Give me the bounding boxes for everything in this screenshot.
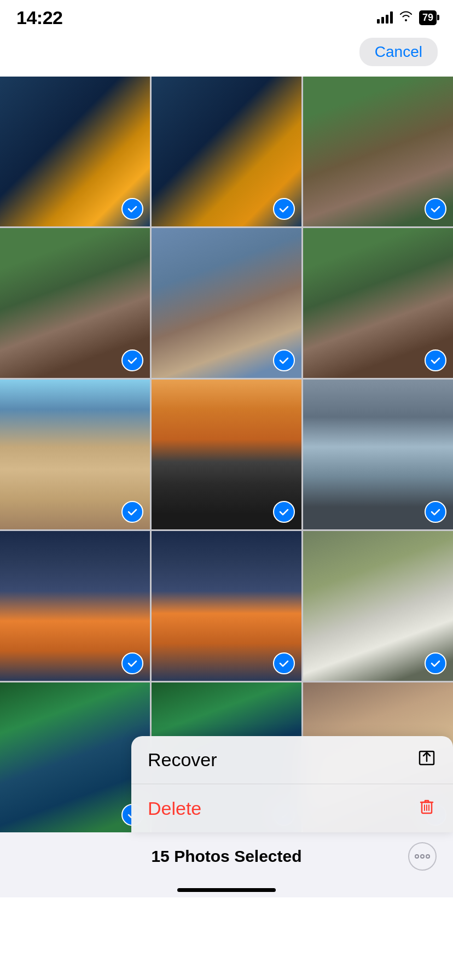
cancel-button[interactable]: Cancel [359,38,438,66]
delete-icon [417,797,437,820]
photo-cell-2[interactable] [303,77,453,226]
checkmark-11 [425,652,446,674]
svg-point-2 [426,855,429,858]
recover-action[interactable]: Recover [131,736,453,784]
more-options-button[interactable] [408,842,437,871]
delete-label: Delete [148,798,201,819]
status-bar: 14:22 79 [0,0,453,33]
selected-count: 15 Photos Selected [151,847,301,866]
bottom-bar: 15 Photos Selected Recover Delete [0,832,453,880]
status-time: 14:22 [16,7,62,28]
home-indicator [0,880,453,897]
checkmark-8 [425,501,446,523]
battery-level: 79 [422,12,433,24]
photo-grid [0,77,453,832]
status-icons: 79 [377,10,437,25]
delete-action[interactable]: Delete [131,784,453,832]
photo-cell-4[interactable] [152,228,301,378]
photo-cell-11[interactable] [303,531,453,681]
checkmark-7 [273,501,295,523]
photo-cell-5[interactable] [303,228,453,378]
svg-point-1 [421,855,424,858]
checkmark-0 [121,198,143,220]
recover-label: Recover [148,749,217,771]
header: Cancel [0,33,453,77]
photo-cell-1[interactable] [152,77,301,226]
checkmark-1 [273,198,295,220]
photo-cell-0[interactable] [0,77,150,226]
action-sheet: Recover Delete [131,736,453,832]
signal-icon [377,11,393,24]
photo-cell-12[interactable] [0,682,150,832]
checkmark-4 [273,349,295,371]
photo-cell-3[interactable] [0,228,150,378]
recover-icon [417,748,437,772]
checkmark-3 [121,349,143,371]
home-bar [177,888,276,892]
svg-point-0 [415,855,419,858]
photo-cell-10[interactable] [152,531,301,681]
photo-cell-8[interactable] [303,380,453,529]
checkmark-2 [425,198,446,220]
wifi-icon [398,10,414,25]
checkmark-10 [273,652,295,674]
photo-cell-7[interactable] [152,380,301,529]
checkmark-9 [121,652,143,674]
photo-cell-9[interactable] [0,531,150,681]
photo-cell-6[interactable] [0,380,150,529]
battery-icon: 79 [419,10,437,25]
checkmark-5 [425,349,446,371]
checkmark-6 [121,501,143,523]
